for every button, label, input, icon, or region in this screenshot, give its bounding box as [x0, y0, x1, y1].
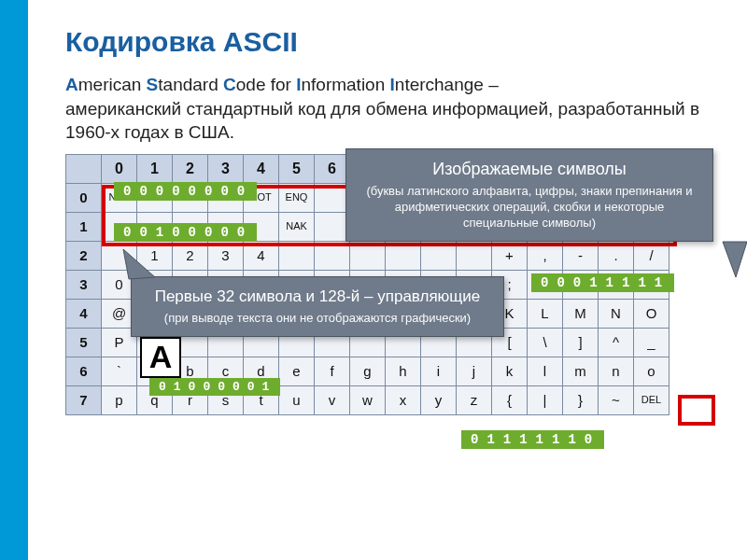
ascii-cell: ] [563, 328, 599, 357]
svg-marker-1 [723, 242, 747, 277]
ascii-cell: e [279, 357, 315, 385]
ascii-cell: o [634, 357, 669, 385]
ascii-cell: p [102, 385, 137, 414]
ascii-cell: NAK [279, 212, 315, 241]
ascii-cell: u [279, 385, 315, 414]
ascii-cell [386, 241, 421, 270]
page-title: Кодировка ASCII [65, 26, 728, 58]
ascii-cell [315, 183, 350, 212]
row-header: 5 [66, 328, 102, 357]
row-header: 0 [66, 183, 102, 212]
ascii-cell: i [421, 357, 457, 385]
bits-space: 00100000 [114, 223, 257, 242]
ascii-cell: ^ [599, 328, 634, 357]
row-header: 6 [66, 357, 102, 385]
row-header: 7 [66, 385, 102, 414]
ascii-cell: h [386, 357, 421, 385]
ascii-cell: z [457, 385, 492, 414]
ascii-cell: 3 [208, 241, 244, 270]
ascii-cell [421, 241, 457, 270]
ascii-cell: w [350, 385, 386, 414]
ascii-cell: n [599, 357, 634, 385]
bits-1f: 00011111 [531, 273, 674, 292]
ascii-cell: 2 [173, 241, 208, 270]
slide-content: Кодировка ASCII American Standard Code f… [28, 0, 747, 560]
ascii-cell: y [421, 385, 457, 414]
ascii-cell: . [599, 241, 634, 270]
row-header: 4 [66, 299, 102, 328]
ascii-cell: l [528, 357, 563, 385]
ascii-cell: L [528, 299, 563, 328]
ascii-cell: j [457, 357, 492, 385]
ascii-cell [315, 241, 350, 270]
ascii-cell: _ [634, 328, 669, 357]
callout-printable-tail [719, 240, 747, 281]
cap-c: C [223, 75, 236, 94]
ascii-cell: 4 [244, 241, 279, 270]
ascii-cell: ENQ [279, 183, 315, 212]
ascii-cell: DEL [634, 385, 669, 414]
ascii-cell: - [563, 241, 599, 270]
ascii-cell: ` [102, 357, 137, 385]
expansion-desc: американский стандартный код для обмена … [65, 99, 699, 143]
ascii-cell [457, 241, 492, 270]
ascii-cell: } [563, 385, 599, 414]
ascii-cell: v [315, 385, 350, 414]
ascii-cell: + [492, 241, 528, 270]
ascii-cell: M [563, 299, 599, 328]
bits-nul: 00000000 [114, 182, 257, 201]
red-highlight-del [678, 395, 715, 426]
ascii-cell: O [634, 299, 669, 328]
ascii-cell: { [492, 385, 528, 414]
bits-a41: 01000001 [149, 378, 280, 396]
ascii-cell: , [528, 241, 563, 270]
ascii-expansion: American Standard Code for Information I… [65, 73, 728, 145]
ascii-cell: x [386, 385, 421, 414]
callout-control: Первые 32 символа и 128-й – управляющие … [131, 276, 504, 337]
row-header: 2 [66, 241, 102, 270]
callout-control-tail [118, 247, 164, 285]
cap-s: S [147, 75, 159, 94]
ascii-cell: f [315, 357, 350, 385]
ascii-cell: m [563, 357, 599, 385]
ascii-cell [350, 241, 386, 270]
row-header: 3 [66, 270, 102, 299]
svg-marker-0 [123, 249, 155, 279]
ascii-cell [279, 241, 315, 270]
ascii-table-wrap: 0 1 2 3 4 5 6 7 8 9 A B C D E F [65, 154, 728, 415]
ascii-cell: | [528, 385, 563, 414]
ascii-cell: \ [528, 328, 563, 357]
sample-char-a: A [140, 337, 181, 378]
ascii-cell: ~ [599, 385, 634, 414]
ascii-cell: g [350, 357, 386, 385]
cap-a: A [65, 75, 78, 94]
ascii-cell: / [634, 241, 669, 270]
ascii-cell [315, 212, 350, 241]
ascii-cell: N [599, 299, 634, 328]
callout-printable: Изображаемые символы (буквы латинского а… [345, 148, 713, 242]
accent-sidebar [0, 0, 28, 560]
ascii-cell: k [492, 357, 528, 385]
bits-tilde: 01111110 [461, 430, 604, 449]
row-header: 1 [66, 212, 102, 241]
